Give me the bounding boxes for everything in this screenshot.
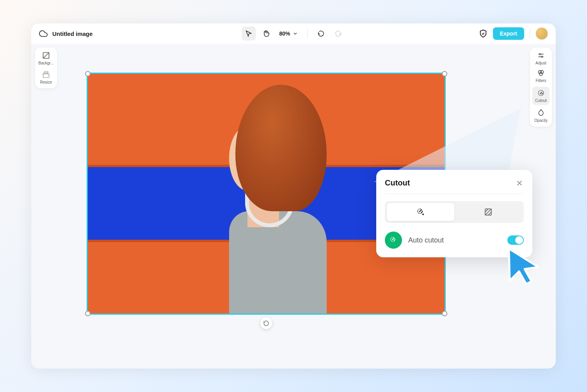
sidebar-item-adjust[interactable]: Adjust — [530, 52, 552, 65]
panel-header: Cutout — [385, 178, 524, 194]
rotate-handle[interactable] — [260, 317, 272, 329]
svg-point-14 — [423, 214, 423, 215]
zoom-dropdown[interactable]: 80% — [276, 30, 301, 37]
zoom-value: 80% — [279, 30, 290, 37]
shield-icon[interactable] — [479, 29, 487, 38]
cutout-icon — [537, 89, 545, 97]
select-tool-button[interactable] — [242, 27, 256, 41]
sidebar-item-filters[interactable]: Filters — [530, 69, 552, 83]
panel-title: Cutout — [385, 178, 410, 187]
export-button[interactable]: Export — [493, 27, 524, 40]
right-sidebar: Adjust Filters Cutout Opacity — [530, 48, 552, 127]
resize-handle-br[interactable] — [442, 311, 447, 316]
resize-handle-tl[interactable] — [85, 71, 91, 77]
rotate-icon — [263, 320, 269, 326]
sidebar-item-label: Backgr... — [39, 61, 54, 65]
opacity-icon — [537, 109, 545, 117]
document-title[interactable]: Untitled image — [52, 30, 92, 37]
sidebar-item-label: Adjust — [535, 61, 546, 65]
separator — [530, 29, 530, 38]
cutout-mode-segmented — [385, 201, 524, 223]
svg-line-1 — [43, 53, 49, 59]
toggle-knob — [515, 236, 523, 244]
magic-wand-icon — [389, 236, 398, 244]
center-toolbar: 80% — [242, 27, 345, 41]
resize-handle-tr[interactable] — [442, 71, 447, 77]
sidebar-item-opacity[interactable]: Opacity — [530, 109, 552, 123]
left-sidebar: Backgr... Resize — [35, 48, 57, 88]
close-icon — [515, 179, 524, 187]
auto-cutout-badge — [385, 232, 402, 249]
right-toolbar: Export — [479, 27, 548, 40]
auto-cutout-row: Auto cutout — [385, 232, 524, 249]
auto-cutout-toggle[interactable] — [507, 235, 524, 245]
close-button[interactable] — [515, 179, 524, 187]
sidebar-item-label: Opacity — [534, 118, 548, 123]
resize-handle-bl[interactable] — [85, 311, 91, 316]
app-window: Untitled image 80% Expor — [31, 23, 556, 369]
resize-icon — [42, 71, 50, 78]
svg-line-16 — [485, 209, 491, 215]
sidebar-item-resize[interactable]: Resize — [35, 71, 57, 84]
cloud-icon[interactable] — [39, 29, 48, 38]
svg-point-4 — [539, 53, 541, 55]
eraser-icon — [484, 207, 493, 217]
sidebar-item-background[interactable]: Backgr... — [35, 52, 57, 65]
segment-manual-erase[interactable] — [454, 203, 522, 221]
separator — [308, 29, 308, 38]
sidebar-item-label: Resize — [40, 80, 52, 84]
sidebar-item-cutout[interactable]: Cutout — [532, 87, 550, 105]
cutout-panel: Cutout Auto cutout — [376, 170, 532, 257]
svg-point-5 — [541, 56, 543, 57]
topbar: Untitled image 80% Expor — [31, 23, 556, 44]
redo-button[interactable] — [331, 27, 345, 41]
magic-wand-icon — [416, 207, 425, 217]
cursor-illustration — [505, 246, 542, 285]
chevron-down-icon — [293, 31, 298, 36]
hand-tool-button[interactable] — [259, 27, 273, 41]
sidebar-item-label: Filters — [535, 78, 546, 83]
svg-point-8 — [539, 72, 543, 75]
avatar[interactable] — [535, 27, 548, 40]
sidebar-item-label: Cutout — [535, 98, 546, 103]
undo-button[interactable] — [314, 27, 328, 41]
auto-cutout-label: Auto cutout — [408, 236, 501, 244]
sliders-icon — [537, 52, 545, 59]
background-icon — [42, 52, 50, 59]
filters-icon — [537, 69, 545, 77]
segment-auto-cutout[interactable] — [387, 203, 454, 221]
